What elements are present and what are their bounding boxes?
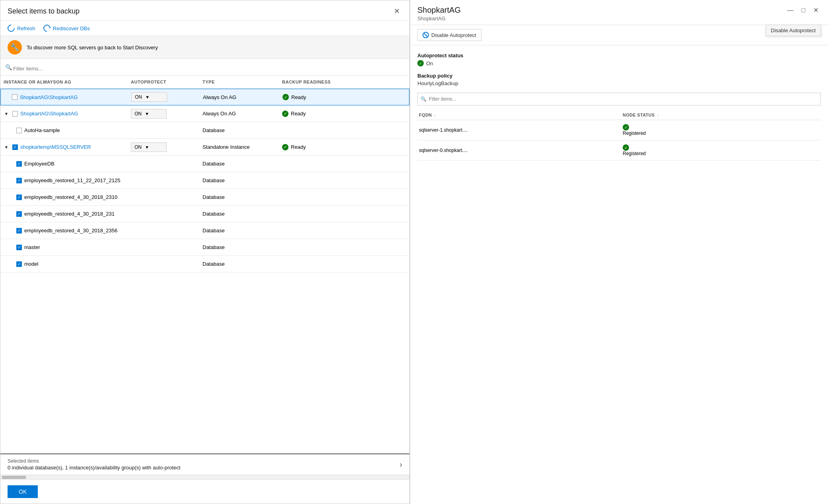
td-instance: ✓ model [0,259,128,269]
th-autoprotect: AUTOPROTECT [128,78,199,86]
autoprotect-dropdown[interactable]: ON ▼ [131,109,167,119]
footer-arrow-icon[interactable]: › [399,460,402,469]
rediscover-label: Rediscover DBs [53,25,90,31]
instance-link[interactable]: shopkartemp\MSSQLSERVER [20,144,91,150]
td-autoprotect [128,245,199,250]
right-header: ShopkartAG ShopkartAG — □ ✕ [410,0,828,25]
rediscover-button[interactable]: Rediscover DBs [43,25,90,32]
table-row: ShopkartAG\ShopkartAG ON ▼ Always On AG … [0,89,409,105]
td-instance: ✓ employeedb_restored_11_22_2017_2125 [0,175,128,186]
th-backup-readiness: BACKUP READINESS [279,78,358,86]
close-button[interactable]: ✕ [392,6,402,16]
checkbox[interactable]: ✓ [16,228,22,234]
td-extra [359,95,409,99]
footer-bar: Selected items 0 individual database(s),… [0,453,409,475]
window-controls: — □ ✕ [785,6,821,15]
filter-input[interactable] [0,62,409,76]
th-empty [358,78,409,86]
td-readiness: ✓ Ready [279,91,359,103]
right-filter-input[interactable] [417,93,821,105]
td-instance: ▼ ShopkartAG\ShopkartAG [0,108,128,119]
td-autoprotect: ON ▼ [128,90,200,104]
node-row: sqlserver-1.shopkart.... ✓ Registered [417,120,821,140]
td-instance: ✓ employeedb_restored_4_30_2018_231 [0,208,128,219]
expand-icon[interactable]: ▼ [4,111,9,116]
td-autoprotect [128,195,199,200]
th-fqdn: FQDN ↕ [417,112,609,118]
status-icon: ✓ [282,111,288,117]
filter-row: 🔍 [0,59,409,76]
refresh-button[interactable]: Refresh [8,25,35,32]
minimize-button[interactable]: — [785,6,796,15]
td-autoprotect [128,162,199,166]
checkbox[interactable]: ✓ [16,178,22,183]
scroll-area[interactable]: ShopkartAG\ShopkartAG ON ▼ Always On AG … [0,89,409,453]
close-right-button[interactable]: ✕ [811,6,821,15]
tooltip-text: Disable Autoprotect [771,27,816,33]
expand-icon[interactable]: ▼ [4,145,9,150]
checkbox[interactable]: ✓ [16,195,22,200]
node-status-icon-1: ✓ [623,144,629,151]
autoprotect-status-label: Autoprotect status [417,53,821,58]
right-title: ShopkartAG [417,6,461,15]
sort-arrows-node-status[interactable]: ↕ [657,114,659,117]
checkbox[interactable]: ✓ [16,245,22,250]
td-instance: ShopkartAG\ShopkartAG [1,92,128,103]
node-status-1: ✓ Registered [621,144,813,156]
td-instance: AutoHa-sample [0,125,128,136]
td-extra [358,212,409,216]
info-banner: 🔧 To discover more SQL servers go back t… [0,36,409,59]
right-subtitle: ShopkartAG [417,16,461,21]
sort-arrows-fqdn[interactable]: ↕ [434,114,436,117]
node-row: sqlserver-0.shopkart.... ✓ Registered [417,140,821,161]
checkbox[interactable] [12,94,18,100]
td-readiness [279,212,358,216]
status-icon: ✓ [282,94,289,100]
block-icon [423,32,429,38]
checkbox[interactable] [12,111,18,117]
autoprotect-status-icon: ✓ [417,60,424,66]
left-panel: Select items to backup ✕ Refresh Redisco… [0,0,410,504]
table-row: ✓ employeedb_restored_4_30_2018_2310 Dat… [0,189,409,206]
td-type: Database [199,192,279,202]
checkbox[interactable]: ✓ [12,144,18,150]
td-type: Always On AG [200,92,279,103]
toolbar: Refresh Rediscover DBs [0,21,409,36]
ok-button[interactable]: OK [8,485,38,498]
bottom-scrollbar[interactable] [0,475,409,479]
right-filter: 🔍 [417,93,821,105]
instance-link[interactable]: ShopkartAG\ShopkartAG [20,111,78,117]
autoprotect-dropdown[interactable]: ON ▼ [131,142,167,152]
scroll-thumb [2,476,26,479]
rediscover-icon [42,23,52,33]
autoprotect-dropdown[interactable]: ON ▼ [131,92,167,102]
td-type: Database [199,242,279,253]
td-extra [358,162,409,166]
table-row: ✓ employeedb_restored_4_30_2018_2356 Dat… [0,222,409,239]
autoprotect-status-value: ✓ On [417,60,821,66]
checkbox[interactable]: ✓ [16,211,22,217]
td-instance: ▼ ✓ shopkartemp\MSSQLSERVER [0,142,128,152]
filter-search-icon: 🔍 [5,64,12,70]
td-readiness [279,228,358,233]
td-type: Database [199,259,279,269]
disable-autoprotect-button[interactable]: Disable Autoprotect [417,29,481,41]
td-readiness: ✓ Ready [279,108,358,119]
td-type: Database [199,175,279,186]
td-readiness [279,162,358,166]
ok-bar: OK [0,479,409,504]
td-type: Standalone Instance [199,142,279,152]
checkbox[interactable] [16,128,22,133]
checkbox[interactable]: ✓ [16,261,22,267]
maximize-button[interactable]: □ [799,6,808,15]
td-extra [358,262,409,267]
td-readiness [279,245,358,250]
td-extra [358,228,409,233]
td-instance: ✓ employeedb_restored_4_30_2018_2310 [0,192,128,202]
td-type: Database [199,158,279,169]
td-autoprotect: ON ▼ [128,140,199,154]
td-autoprotect [128,212,199,216]
instance-link[interactable]: ShopkartAG\ShopkartAG [20,94,78,100]
node-table-header: FQDN ↕ NODE STATUS ↕ [417,110,821,120]
checkbox[interactable]: ✓ [16,161,22,167]
